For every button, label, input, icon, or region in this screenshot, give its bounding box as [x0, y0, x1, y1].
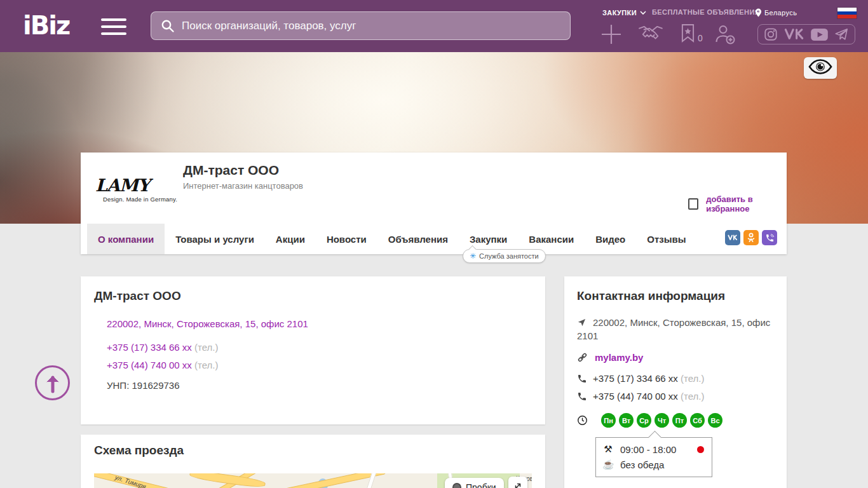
- handshake-icon: [637, 25, 664, 45]
- favorite-checkbox[interactable]: [688, 198, 698, 210]
- chevron-down-icon: [640, 11, 646, 15]
- phone-note: (тел.): [194, 360, 218, 370]
- viber-icon[interactable]: [762, 230, 777, 245]
- youtube-icon[interactable]: [811, 29, 828, 41]
- search-bar: [151, 11, 571, 40]
- directions-card: Схема проезда ул. Тимиря Каховская ул. у…: [81, 435, 545, 488]
- navigation-arrow-icon: [577, 318, 587, 327]
- coffee-cup-icon: ☕: [602, 459, 614, 470]
- work-tools-icon: ⚒: [602, 444, 614, 455]
- phone-row: +375 (17) 334 66 xx (тел.): [593, 373, 704, 384]
- company-social-links: [725, 230, 777, 245]
- tab-promotions[interactable]: Акции: [265, 224, 316, 254]
- tab-about[interactable]: О компании: [87, 224, 165, 254]
- site-logo[interactable]: iBiz: [23, 11, 69, 40]
- person-add-icon: [714, 24, 736, 45]
- plus-icon: [600, 23, 623, 46]
- scroll-to-top-button[interactable]: [35, 365, 70, 400]
- nav-free-ads[interactable]: БЕСПЛАТНЫЕ ОБЪЯВЛЕНИЯ: [652, 8, 760, 17]
- company-unp: УНП: 191629736: [107, 380, 180, 391]
- telegram-icon[interactable]: [834, 27, 849, 41]
- top-header: iBiz ЗАКУПКИ БЕСПЛАТНЫЕ ОБЪЯВЛЕНИЯ Белар…: [0, 0, 868, 52]
- map-canvas[interactable]: ул. Тимиря Каховская ул. ул. ул. Пробки: [94, 473, 532, 488]
- company-tabs: О компании Товары и услуги Акции Новости…: [81, 224, 787, 254]
- phone-note: (тел.): [681, 373, 704, 384]
- traffic-icon: [452, 483, 461, 488]
- search-icon: [160, 18, 175, 34]
- day-badge-sun[interactable]: Вс: [708, 413, 722, 428]
- region-selector[interactable]: Беларусь: [755, 8, 797, 17]
- company-brand-logo: LAMY Design. Made in Germany.: [95, 177, 177, 203]
- company-website-link[interactable]: mylamy.by: [595, 352, 643, 363]
- tab-reviews[interactable]: Отзывы: [636, 224, 696, 254]
- tab-products[interactable]: Товары и услуги: [165, 224, 265, 254]
- traffic-toggle-button[interactable]: Пробки: [445, 478, 504, 488]
- schedule-popover: ⚒ 09:00 - 18:00 ☕ без обеда: [595, 437, 712, 477]
- instagram-icon[interactable]: [764, 27, 778, 41]
- arrow-up-icon: [44, 373, 61, 393]
- contact-address-text: 220002, Минск, Сторожевская, 15, офис 21…: [577, 317, 770, 341]
- odnoklassniki-icon[interactable]: [743, 230, 759, 245]
- working-hours-row: ⚒ 09:00 - 18:00: [602, 442, 705, 457]
- closed-status-dot: [697, 446, 704, 453]
- region-label: Беларусь: [764, 9, 797, 17]
- bookmarks-button[interactable]: [681, 24, 695, 43]
- search-input[interactable]: [182, 20, 561, 32]
- day-badge-sat[interactable]: Сб: [690, 413, 705, 428]
- phone-number-link[interactable]: +375 (17) 334 66 xx: [593, 373, 678, 384]
- company-address-link[interactable]: 220002, Минск, Сторожевская, 15, офис 21…: [107, 318, 308, 329]
- add-to-favorites[interactable]: добавить в избранное: [688, 194, 787, 214]
- day-badge-wed[interactable]: Ср: [637, 413, 651, 428]
- phone-number-link[interactable]: +375 (17) 334 66 xx: [107, 342, 192, 353]
- accessibility-eye-button[interactable]: [804, 57, 837, 79]
- about-title: ДМ-траст ООО: [94, 289, 181, 303]
- bookmark-star-icon: [681, 24, 695, 43]
- partnership-button[interactable]: [637, 25, 664, 45]
- nav-purchases-label: ЗАКУПКИ: [602, 9, 637, 17]
- add-company-button[interactable]: [600, 23, 623, 46]
- brand-logo-subtitle: Design. Made in Germany.: [103, 196, 177, 203]
- map-fullscreen-button[interactable]: [508, 477, 527, 488]
- day-badge-mon[interactable]: Пн: [601, 413, 616, 428]
- tab-ads[interactable]: Объявления: [377, 224, 459, 254]
- vk-icon[interactable]: [783, 28, 805, 41]
- tab-video[interactable]: Видео: [585, 224, 636, 254]
- favorite-label: добавить в избранное: [706, 194, 787, 214]
- phone-note: (тел.): [681, 391, 704, 402]
- language-flag-russian[interactable]: [837, 8, 857, 18]
- phone-row: +375 (44) 740 00 xx (тел.): [107, 360, 218, 370]
- day-badge-tue[interactable]: Вт: [619, 413, 634, 428]
- phone-icon: [577, 391, 587, 402]
- eye-icon: [808, 59, 832, 77]
- nav-purchases[interactable]: ЗАКУПКИ: [602, 8, 646, 17]
- contact-info-card: Контактная информация 220002, Минск, Сто…: [564, 276, 787, 488]
- working-hours: 09:00 - 18:00: [620, 444, 676, 455]
- header-social-links: [757, 24, 855, 44]
- directions-title: Схема проезда: [94, 444, 184, 458]
- page: iBiz ЗАКУПКИ БЕСПЛАТНЫЕ ОБЪЯВЛЕНИЯ Белар…: [0, 0, 868, 488]
- employment-service-icon: ✳: [470, 252, 476, 260]
- login-button[interactable]: [714, 24, 736, 45]
- clock-icon: [577, 415, 588, 426]
- company-name: ДМ-траст ООО: [183, 163, 279, 178]
- vk-icon[interactable]: [725, 230, 740, 245]
- phone-number-link[interactable]: +375 (44) 740 00 xx: [593, 391, 678, 402]
- about-company-card: ДМ-траст ООО 220002, Минск, Сторожевская…: [81, 276, 545, 424]
- day-badge-fri[interactable]: Пт: [672, 413, 687, 428]
- company-header-card: LAMY Design. Made in Germany. ДМ-траст О…: [81, 152, 787, 254]
- link-icon: [577, 352, 588, 363]
- phone-row: +375 (17) 334 66 xx (тел.): [107, 342, 218, 353]
- company-tagline: Интернет-магазин канцтоваров: [183, 181, 303, 191]
- tab-news[interactable]: Новости: [316, 224, 377, 254]
- contact-address: 220002, Минск, Сторожевская, 15, офис 21…: [577, 316, 773, 342]
- contact-title: Контактная информация: [577, 289, 725, 303]
- working-days: Пн Вт Ср Чт Пт Сб Вс: [601, 413, 722, 428]
- day-badge-thu[interactable]: Чт: [654, 413, 669, 428]
- location-pin-icon: [755, 8, 762, 17]
- phone-note: (тел.): [194, 342, 218, 353]
- phone-number-link[interactable]: +375 (44) 740 00 xx: [107, 360, 192, 370]
- lunch-info: без обеда: [620, 459, 664, 470]
- menu-hamburger-icon[interactable]: [101, 18, 126, 35]
- phone-row: +375 (44) 740 00 xx (тел.): [593, 391, 704, 402]
- lunch-row: ☕ без обеда: [602, 457, 705, 472]
